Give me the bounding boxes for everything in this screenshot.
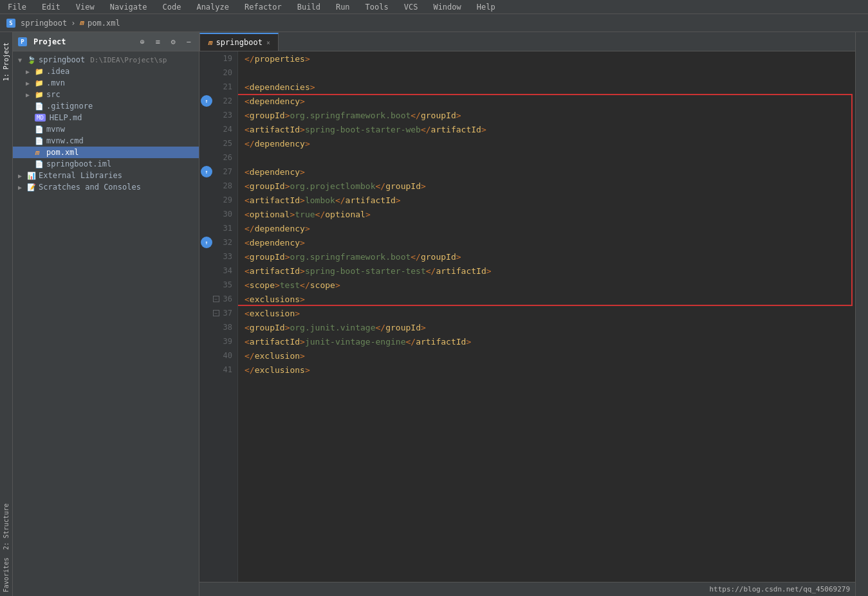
xml-bracket: < — [245, 96, 250, 106]
xml-bracket: </ — [426, 266, 436, 276]
tree-src[interactable]: ▶ 📁 src — [13, 89, 199, 100]
code-line-23: <groupId>org.springframework.boot</group… — [245, 108, 849, 122]
xml-bracket: < — [245, 337, 250, 347]
xml-bracket: < — [245, 323, 250, 332]
gutter-line-21: 21 — [199, 80, 237, 94]
tab-springboot[interactable]: m springboot × — [199, 33, 279, 51]
xml-bracket: > — [421, 181, 426, 191]
code-line-25: </dependency> — [245, 136, 849, 150]
panel-layout-icon[interactable]: ≡ — [152, 37, 163, 47]
panel-minimize-icon[interactable]: − — [183, 37, 194, 47]
external-libs-icon: 📊 — [27, 172, 36, 180]
xml-bracket: > — [305, 54, 310, 64]
menu-code[interactable]: Code — [160, 1, 184, 13]
menubar: File Edit View Navigate Code Analyze Ref… — [0, 0, 868, 14]
code-line-20 — [245, 66, 849, 80]
xml-tag: exclusion — [250, 309, 295, 318]
tree-helpmd[interactable]: ▶ MD HELP.md — [13, 112, 199, 123]
menu-run[interactable]: Run — [333, 1, 353, 13]
structure-tab-label[interactable]: 2: Structure — [1, 500, 11, 554]
menu-analyze[interactable]: Analyze — [194, 1, 232, 13]
line-number-20: 20 — [223, 68, 232, 77]
menu-vcs[interactable]: VCS — [402, 1, 421, 13]
favorites-tab-label[interactable]: Favorites — [1, 554, 11, 596]
gutter-line-33: 33 — [199, 249, 237, 264]
xml-value: lombok — [305, 195, 335, 205]
menu-file[interactable]: File — [5, 1, 29, 13]
left-side-tabs: 1: Project 2: Structure Favorites — [0, 32, 13, 596]
project-tab-label[interactable]: 1: Project — [1, 39, 11, 85]
tree-src-label: src — [46, 90, 60, 99]
tree-scratches[interactable]: ▶ 📝 Scratches and Consoles — [13, 181, 199, 193]
gutter-line-26: 26 — [199, 150, 237, 165]
gutter-line-38: 38 — [199, 320, 237, 334]
xml-bracket: < — [245, 82, 250, 92]
status-bar: https://blog.csdn.net/qq_45069279 — [199, 582, 855, 596]
code-line-30: <optional>true</optional> — [245, 207, 849, 221]
tree-arrow-root: ▼ — [18, 57, 24, 64]
code-content[interactable]: </properties> <dependencies> <dependency… — [238, 51, 855, 582]
gutter-line-27: ↑27 — [199, 165, 237, 179]
bookmark-icon-22: ↑ — [201, 95, 212, 107]
menu-build[interactable]: Build — [295, 1, 323, 13]
gutter-line-29: 29 — [199, 193, 237, 207]
panel-settings-icon[interactable]: ⚙ — [168, 37, 178, 47]
tree-root[interactable]: ▼ 🍃 springboot D:\IDEA\Project\sp — [13, 54, 199, 66]
xml-bracket: > — [285, 252, 290, 262]
xml-tag: dependency — [250, 96, 300, 106]
menu-navigate[interactable]: Navigate — [107, 1, 150, 13]
line-number-25: 25 — [223, 139, 232, 148]
panel-sync-icon[interactable]: ⊕ — [137, 37, 147, 47]
xml-bracket: < — [245, 238, 250, 248]
code-line-32: <dependency> — [245, 235, 849, 249]
xml-bracket: > — [486, 266, 492, 276]
tree-gitignore[interactable]: ▶ 📄 .gitignore — [13, 100, 199, 112]
menu-window[interactable]: Window — [430, 1, 463, 13]
code-line-36: <exclusions> — [245, 292, 849, 306]
gutter-line-41: 41 — [199, 363, 237, 377]
line-number-24: 24 — [223, 125, 232, 134]
breadcrumb-project[interactable]: springboot — [21, 19, 67, 28]
tab-close-btn[interactable]: × — [266, 39, 270, 46]
main-layout: 1: Project 2: Structure Favorites P Proj… — [0, 32, 868, 596]
xml-bracket: </ — [245, 351, 255, 361]
code-line-31: </dependency> — [245, 221, 849, 235]
fold-icon-37[interactable]: − — [213, 310, 219, 316]
xml-bracket: > — [300, 337, 305, 347]
menu-help[interactable]: Help — [474, 1, 498, 13]
xml-bracket: > — [365, 210, 371, 219]
tree-mvnwcmd[interactable]: ▶ 📄 mvnw.cmd — [13, 135, 199, 147]
xml-bracket: </ — [315, 210, 326, 219]
xml-tag: optional — [325, 210, 365, 219]
fold-icon-36[interactable]: − — [213, 296, 219, 302]
tree-idea[interactable]: ▶ 📁 .idea — [13, 66, 199, 77]
xml-bracket: < — [245, 280, 250, 290]
tree-mvnw[interactable]: ▶ 📄 mvnw — [13, 123, 199, 135]
code-line-38: <groupId>org.junit.vintage</groupId> — [245, 320, 849, 334]
menu-refactor[interactable]: Refactor — [242, 1, 284, 13]
xml-tag: artifactId — [431, 125, 481, 134]
menu-view[interactable]: View — [73, 1, 97, 13]
xml-bracket: </ — [405, 337, 416, 347]
xml-tag: artifactId — [250, 266, 300, 276]
breadcrumb-file[interactable]: pom.xml — [88, 19, 120, 28]
menu-edit[interactable]: Edit — [39, 1, 63, 13]
tree-root-path: D:\IDEA\Project\sp — [90, 56, 167, 64]
xml-bracket: < — [245, 111, 250, 120]
line-number-29: 29 — [223, 195, 232, 204]
menu-tools[interactable]: Tools — [363, 1, 391, 13]
xml-bracket: > — [285, 111, 290, 120]
line-number-27: 27 — [223, 167, 232, 176]
xml-tag: scope — [250, 280, 275, 290]
tree-arrow-idea: ▶ — [26, 68, 32, 75]
tree-scratches-label: Scratches and Consoles — [39, 183, 141, 192]
tree-mvn[interactable]: ▶ 📁 .mvn — [13, 77, 199, 89]
xml-tag: exclusions — [255, 365, 305, 375]
tree-pomxml[interactable]: ▶ m pom.xml — [13, 147, 199, 158]
xml-bracket: < — [245, 266, 250, 276]
xml-bracket: > — [285, 181, 290, 191]
tree-external-libs[interactable]: ▶ 📊 External Libraries — [13, 170, 199, 181]
tree-springbootiml[interactable]: ▶ 📄 springboot.iml — [13, 158, 199, 170]
project-panel-icon: P — [18, 37, 27, 46]
scratches-icon: 📝 — [27, 183, 36, 192]
